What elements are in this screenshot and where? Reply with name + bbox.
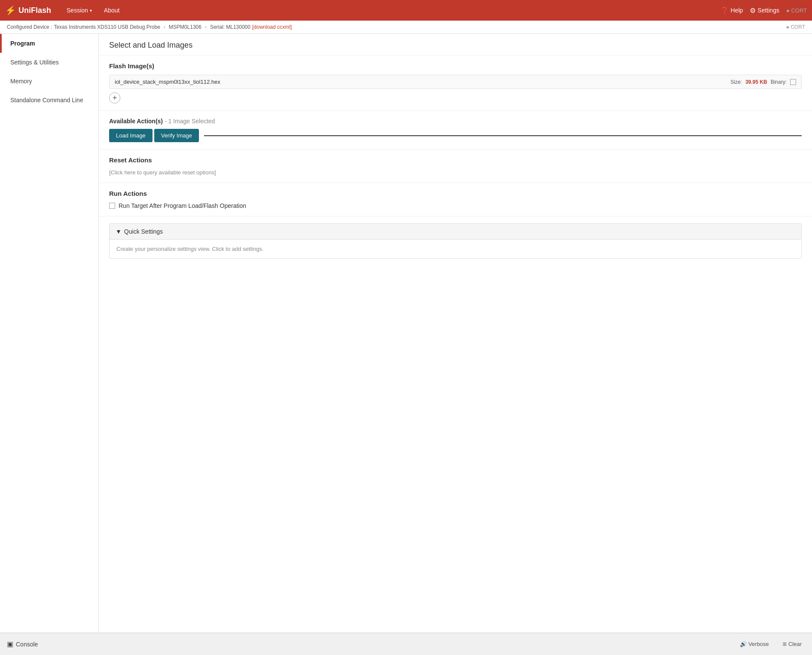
flash-file-name: iol_device_stack_mspm0l13xx_tiol112.hex: [115, 79, 730, 85]
image-count: - 1 Image Selected: [165, 118, 215, 125]
session-label: Session: [67, 7, 88, 14]
connection-indicator: ● CORT: [786, 7, 807, 14]
topnav-right: ❓ Help ⚙ Settings ● CORT: [720, 6, 807, 15]
console-label: ▣ Console: [7, 640, 38, 648]
run-actions-title: Run Actions: [109, 190, 802, 197]
device-bar-label: Configured Device :: [7, 24, 52, 30]
quick-settings-body: Create your personalize settings view. C…: [110, 240, 801, 258]
flash-file-row: iol_device_stack_mspm0l13xx_tiol112.hex …: [109, 75, 802, 89]
run-actions-section: Run Actions Run Target After Program Loa…: [99, 183, 812, 216]
help-label: Help: [731, 7, 743, 14]
board-name: MSPM0L1306: [169, 24, 201, 30]
console-bar: ▣ Console 🔊 Verbose ≡ Clear: [0, 633, 812, 655]
topnav-menu: Session ▾ About: [61, 4, 720, 16]
load-image-button[interactable]: Load Image: [109, 129, 153, 142]
settings-button[interactable]: ⚙ Settings: [750, 6, 779, 15]
session-menu[interactable]: Session ▾: [61, 4, 97, 16]
speaker-icon: 🔊: [740, 641, 747, 647]
sidebar-standalone-label: Standalone Command Line: [10, 97, 83, 104]
flash-images-title: Flash Image(s): [109, 62, 802, 70]
device-name: Texas Instruments XDS110 USB Debug Probe: [54, 24, 160, 30]
sidebar-item-settings[interactable]: Settings & Utilities: [0, 53, 98, 72]
device-bar: Configured Device : Texas Instruments XD…: [0, 21, 812, 34]
clear-button[interactable]: ≡ Clear: [779, 639, 805, 650]
run-checkbox-label: Run Target After Program Load/Flash Oper…: [119, 202, 246, 209]
clear-label: Clear: [788, 641, 802, 647]
download-ccxml-link[interactable]: [download ccxml]: [252, 24, 292, 30]
available-actions-title: Available Action(s): [109, 118, 163, 125]
available-actions-section: Available Action(s) - 1 Image Selected L…: [99, 111, 812, 149]
verbose-button[interactable]: 🔊 Verbose: [736, 639, 772, 649]
available-actions-header: Available Action(s) - 1 Image Selected: [109, 118, 802, 125]
console-right: 🔊 Verbose ≡ Clear: [736, 639, 805, 650]
gear-icon: ⚙: [750, 6, 756, 15]
settings-label: Settings: [757, 7, 779, 14]
sidebar-program-label: Program: [10, 40, 35, 47]
help-circle-icon: ❓: [720, 6, 729, 15]
main-layout: Program Settings & Utilities Memory Stan…: [0, 34, 812, 633]
sidebar-item-program[interactable]: Program: [0, 34, 98, 53]
help-button[interactable]: ❓ Help: [720, 6, 743, 15]
sidebar-item-memory[interactable]: Memory: [0, 72, 98, 91]
bolt-icon: ⚡: [5, 5, 16, 15]
session-chevron-icon: ▾: [90, 8, 92, 13]
app-name: UniFlash: [18, 6, 51, 15]
sidebar-settings-label: Settings & Utilities: [10, 59, 59, 66]
console-text: Console: [16, 641, 38, 648]
size-label: Size:: [730, 79, 742, 85]
app-logo: ⚡ UniFlash: [5, 5, 51, 15]
content-header: Select and Load Images: [99, 34, 812, 55]
quick-settings: ▼ Quick Settings Create your personalize…: [109, 223, 802, 259]
action-buttons: Load Image Verify Image: [109, 129, 802, 142]
flash-images-section: Flash Image(s) iol_device_stack_mspm0l13…: [99, 55, 812, 111]
sidebar: Program Settings & Utilities Memory Stan…: [0, 34, 99, 633]
verify-image-button[interactable]: Verify Image: [154, 129, 199, 142]
about-label: About: [104, 7, 120, 14]
flash-file-meta: Size: 39.95 KB Binary:: [730, 79, 796, 85]
serial-info: Serial: ML130000: [210, 24, 250, 30]
add-image-button[interactable]: +: [109, 92, 120, 104]
quick-settings-title: Quick Settings: [124, 228, 163, 235]
run-checkbox[interactable]: [109, 203, 115, 209]
topnav: ⚡ UniFlash Session ▾ About ❓ Help ⚙ Sett…: [0, 0, 812, 21]
main-content: Select and Load Images Flash Image(s) io…: [99, 34, 812, 633]
progress-line: [204, 135, 802, 136]
quick-settings-header[interactable]: ▼ Quick Settings: [110, 224, 801, 240]
content-title: Select and Load Images: [109, 41, 192, 49]
quick-settings-body-text: Create your personalize settings view. C…: [116, 246, 264, 252]
reset-query-link[interactable]: [Click here to query available reset opt…: [109, 169, 216, 176]
sidebar-memory-label: Memory: [10, 78, 32, 85]
reset-actions-title: Reset Actions: [109, 156, 802, 164]
about-menu[interactable]: About: [99, 4, 125, 16]
binary-label: Binary:: [771, 79, 787, 85]
binary-checkbox[interactable]: [790, 79, 796, 85]
lines-icon: ≡: [783, 640, 787, 648]
reset-actions-section: Reset Actions [Click here to query avail…: [99, 149, 812, 183]
run-actions-row: Run Target After Program Load/Flash Oper…: [109, 202, 802, 209]
sidebar-item-standalone[interactable]: Standalone Command Line: [0, 91, 98, 110]
arrow2-icon: ›: [205, 24, 207, 30]
quick-settings-chevron-icon: ▼: [116, 228, 122, 235]
conn-right-indicator: ● CORT: [786, 24, 805, 30]
arrow1-icon: ›: [164, 24, 165, 30]
terminal-icon: ▣: [7, 640, 13, 648]
size-value: 39.95 KB: [745, 79, 767, 85]
verbose-label: Verbose: [748, 641, 769, 647]
